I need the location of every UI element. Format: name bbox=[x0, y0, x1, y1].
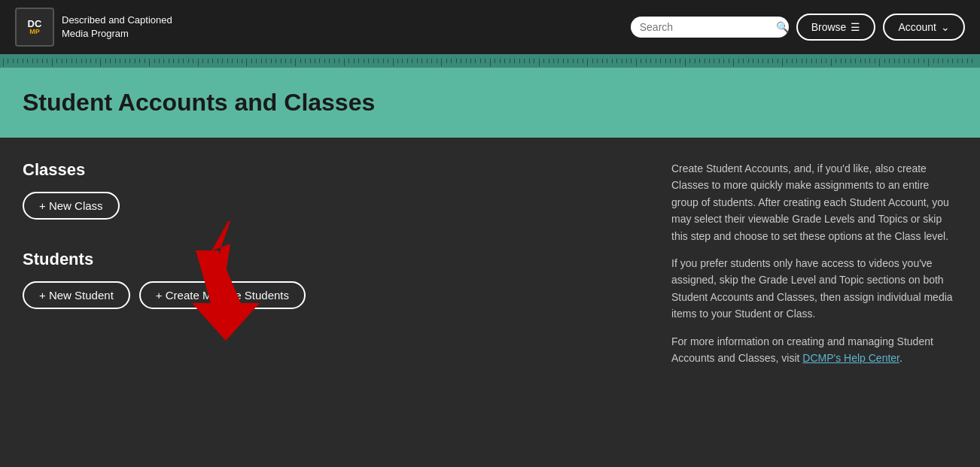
info-para-2: If you prefer students only have access … bbox=[671, 255, 957, 323]
search-input[interactable] bbox=[640, 21, 772, 33]
create-multiple-students-button[interactable]: + Create Multiple Students bbox=[139, 281, 306, 309]
new-student-button[interactable]: + New Student bbox=[23, 281, 130, 309]
logo-mp-text: MP bbox=[29, 29, 40, 35]
info-para-1: Create Student Accounts, and, if you'd l… bbox=[671, 160, 957, 244]
search-icon: 🔍 bbox=[776, 21, 789, 33]
page-title-banner: Student Accounts and Classes bbox=[0, 68, 980, 138]
ruler-bar bbox=[0, 54, 980, 68]
red-arrow-icon bbox=[98, 221, 294, 281]
ruler-ticks bbox=[0, 59, 980, 66]
account-button[interactable]: Account ⌄ bbox=[883, 14, 965, 41]
students-section: Students + New Student + Create Multiple… bbox=[23, 250, 641, 309]
account-chevron-icon: ⌄ bbox=[941, 21, 950, 33]
main-content: Classes + New Class Students + New Stude… bbox=[0, 138, 980, 399]
org-name: Described and Captioned Media Program bbox=[62, 14, 172, 41]
help-center-link[interactable]: DCMP's Help Center bbox=[802, 352, 899, 364]
logo-area: DC MP Described and Captioned Media Prog… bbox=[15, 8, 616, 47]
new-class-button[interactable]: + New Class bbox=[23, 192, 120, 220]
classes-heading: Classes bbox=[23, 160, 641, 180]
browse-button[interactable]: Browse ☰ bbox=[796, 14, 876, 41]
site-header: DC MP Described and Captioned Media Prog… bbox=[0, 0, 980, 54]
browse-menu-icon: ☰ bbox=[851, 21, 860, 33]
page-title: Student Accounts and Classes bbox=[23, 89, 957, 117]
header-right: 🔍 Browse ☰ Account ⌄ bbox=[631, 14, 965, 41]
left-panel: Classes + New Class Students + New Stude… bbox=[23, 160, 641, 377]
right-panel: Create Student Accounts, and, if you'd l… bbox=[671, 160, 957, 377]
svg-marker-0 bbox=[199, 221, 252, 273]
info-para-3: For more information on creating and man… bbox=[671, 333, 957, 367]
logo-icon[interactable]: DC MP bbox=[15, 8, 54, 47]
classes-section: Classes + New Class bbox=[23, 160, 641, 220]
students-buttons: + New Student + Create Multiple Students bbox=[23, 281, 641, 309]
search-bar[interactable]: 🔍 bbox=[631, 17, 789, 38]
